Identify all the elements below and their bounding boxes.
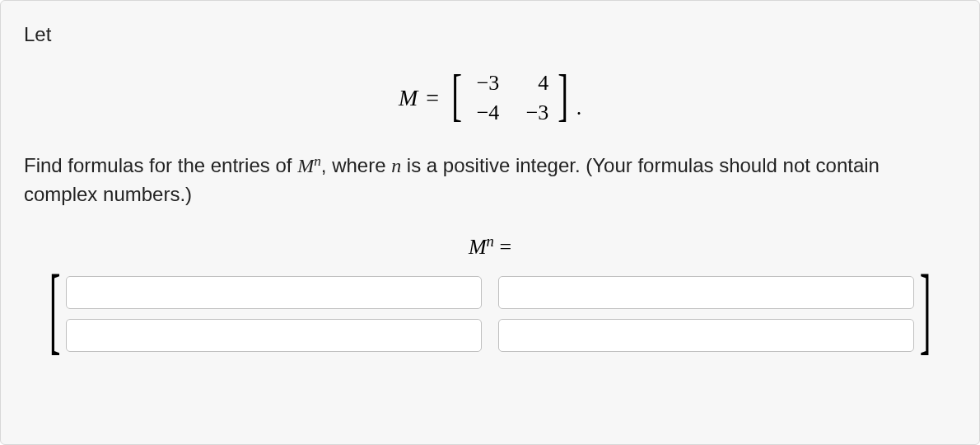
result-lhs: Mn = — [24, 232, 956, 260]
instr-nvar: n — [391, 155, 401, 176]
instruction-text: Find formulas for the entries of Mn, whe… — [24, 150, 956, 209]
matrix-entries: −3 4 −4 −3 — [466, 68, 553, 129]
matrix-var: M — [399, 85, 418, 111]
instr-seg: , where — [321, 154, 391, 176]
left-bracket-icon: [ — [451, 68, 462, 129]
question-card: Let M = [ −3 4 −4 −3 ] . Find formulas f… — [0, 0, 980, 445]
matrix-brackets: [ −3 4 −4 −3 ] — [447, 68, 573, 129]
intro-text: Let — [24, 21, 956, 49]
right-bracket-icon: ] — [558, 68, 569, 129]
instr-seg: Find formulas for the entries of — [24, 154, 297, 176]
result-eq: = — [494, 235, 511, 259]
equals-sign: = — [426, 85, 439, 111]
matrix-entry: −3 — [520, 101, 548, 125]
right-bracket-icon: ] — [920, 269, 931, 354]
instr-exp: n — [314, 153, 321, 169]
matrix-entry: −3 — [471, 71, 499, 96]
result-exp: n — [487, 232, 494, 250]
answer-input-21[interactable] — [66, 319, 482, 352]
result-mvar: M — [469, 235, 487, 259]
answer-input-12[interactable] — [498, 276, 914, 309]
answer-area: [ ] — [24, 271, 956, 357]
trailing-period: . — [576, 96, 582, 129]
answer-input-11[interactable] — [66, 276, 482, 309]
answer-input-22[interactable] — [498, 319, 914, 352]
matrix-entry: −4 — [471, 101, 499, 125]
matrix-definition: M = [ −3 4 −4 −3 ] . — [24, 68, 956, 129]
left-bracket-icon: [ — [49, 269, 60, 354]
answer-grid — [63, 271, 917, 357]
matrix-entry: 4 — [520, 71, 548, 96]
instr-mvar: M — [297, 155, 314, 176]
